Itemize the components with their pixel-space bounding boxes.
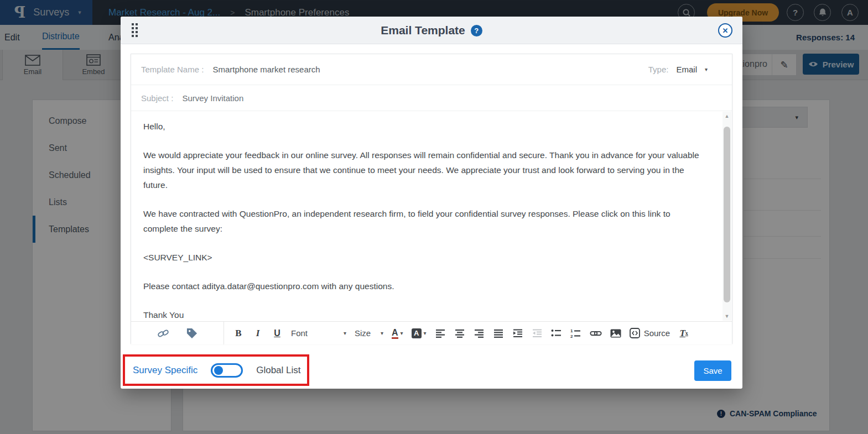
font-select-value: Font <box>291 328 308 338</box>
email-template-modal: Email Template ? ✕ Template Name : Smart… <box>121 17 742 389</box>
list-scope-toggle[interactable] <box>211 363 243 378</box>
size-select-value: Size <box>355 328 371 338</box>
help-tooltip-icon[interactable]: ? <box>471 25 482 36</box>
editor-toolbar: B I U Font ▾ Size ▾ A ▾ <box>131 321 732 344</box>
source-code-icon <box>630 328 640 338</box>
body-paragraph: Thank You <box>143 307 706 321</box>
size-caret-icon: ▾ <box>381 330 383 336</box>
insert-merge-tag-button[interactable] <box>186 325 197 342</box>
align-left-icon <box>435 329 445 338</box>
body-paragraph: We would appreciate your feedback in our… <box>143 148 706 192</box>
template-name-input[interactable]: Smartphone market research <box>212 65 320 74</box>
email-body-text[interactable]: Hello, We would appreciate your feedback… <box>131 111 732 321</box>
justify-icon <box>493 329 503 338</box>
background-color-button[interactable]: A ▾ <box>412 325 427 342</box>
numbered-list-icon: 12 <box>570 329 581 338</box>
indent-button[interactable] <box>512 325 523 342</box>
type-selected-value: Email <box>676 65 697 74</box>
remove-format-t: T <box>679 328 685 339</box>
tag-icon <box>186 327 197 339</box>
text-color-button[interactable]: A ▾ <box>392 325 403 342</box>
font-caret-icon: ▾ <box>344 330 346 336</box>
outdent-button[interactable] <box>532 325 543 342</box>
svg-text:1: 1 <box>570 329 573 333</box>
outdent-icon <box>532 329 542 338</box>
italic-button[interactable]: I <box>252 325 263 342</box>
body-paragraph: Please contact aditya.datar@questionpro.… <box>143 279 706 294</box>
background-color-caret-icon: ▾ <box>424 330 427 336</box>
type-label: Type: <box>648 65 669 74</box>
bulleted-list-button[interactable] <box>551 325 562 342</box>
link-icon <box>590 330 602 337</box>
align-left-button[interactable] <box>435 325 446 342</box>
template-form-card: Template Name : Smartphone market resear… <box>131 54 732 344</box>
source-label: Source <box>644 328 671 338</box>
remove-format-x: x <box>685 330 688 336</box>
email-body-editor[interactable]: Hello, We would appreciate your feedback… <box>131 111 732 321</box>
text-color-icon: A <box>392 328 398 339</box>
subject-row: Subject : Survey Invitation <box>131 85 732 111</box>
body-paragraph: We have contracted with QuestionPro, an … <box>143 206 706 236</box>
toolbar-format-group: B I U Font ▾ Size ▾ A ▾ <box>224 322 732 344</box>
underline-button[interactable]: U <box>272 325 283 342</box>
modal-header: Email Template ? ✕ <box>121 17 742 44</box>
font-select[interactable]: Font ▾ <box>291 325 346 342</box>
align-center-button[interactable] <box>454 325 465 342</box>
align-right-button[interactable] <box>474 325 485 342</box>
type-select[interactable]: Type: Email ▾ <box>648 65 722 74</box>
body-paragraph: <SURVEY_LINK> <box>143 250 706 265</box>
size-select[interactable]: Size ▾ <box>355 325 383 342</box>
list-scope-annotation-box: Survey Specific Global List <box>123 354 309 386</box>
modal-title: Email Template <box>381 24 465 37</box>
template-name-label: Template Name : <box>141 65 204 74</box>
insert-image-button[interactable] <box>610 325 621 342</box>
background-color-icon: A <box>412 328 422 338</box>
text-color-caret-icon: ▾ <box>401 330 403 336</box>
type-caret-icon: ▾ <box>705 66 708 72</box>
scroll-up-icon[interactable]: ▲ <box>723 112 731 121</box>
subject-input[interactable]: Survey Invitation <box>182 93 243 103</box>
insert-survey-link-button[interactable] <box>157 325 169 342</box>
bulleted-list-icon <box>551 329 562 337</box>
numbered-list-button[interactable]: 12 <box>570 325 581 342</box>
scrollbar-thumb[interactable] <box>724 127 730 302</box>
chain-link-icon <box>157 327 169 339</box>
questionpro-app: P Surveys ▾ Market Research - Aug 2... >… <box>0 0 868 434</box>
justify-button[interactable] <box>493 325 504 342</box>
survey-specific-label[interactable]: Survey Specific <box>133 365 197 376</box>
template-name-row: Template Name : Smartphone market resear… <box>131 54 732 85</box>
bold-button[interactable]: B <box>233 325 244 342</box>
close-icon: ✕ <box>723 27 729 35</box>
source-button[interactable]: Source <box>630 325 671 342</box>
save-button[interactable]: Save <box>694 360 731 381</box>
image-icon <box>610 329 621 338</box>
close-modal-button[interactable]: ✕ <box>718 23 732 38</box>
align-right-icon <box>474 329 484 338</box>
global-list-label[interactable]: Global List <box>256 365 300 376</box>
svg-text:2: 2 <box>570 333 573 338</box>
scroll-down-icon[interactable]: ▼ <box>723 312 731 321</box>
indent-icon <box>513 329 523 338</box>
insert-link-button[interactable] <box>590 325 602 342</box>
toggle-knob <box>214 366 223 375</box>
subject-label: Subject : <box>141 93 173 103</box>
body-paragraph: Hello, <box>143 119 706 134</box>
editor-scrollbar[interactable]: ▲ ▼ <box>723 112 731 321</box>
align-center-icon <box>455 329 465 338</box>
toolbar-insert-group <box>131 322 224 344</box>
remove-format-button[interactable]: Tx <box>678 325 689 342</box>
